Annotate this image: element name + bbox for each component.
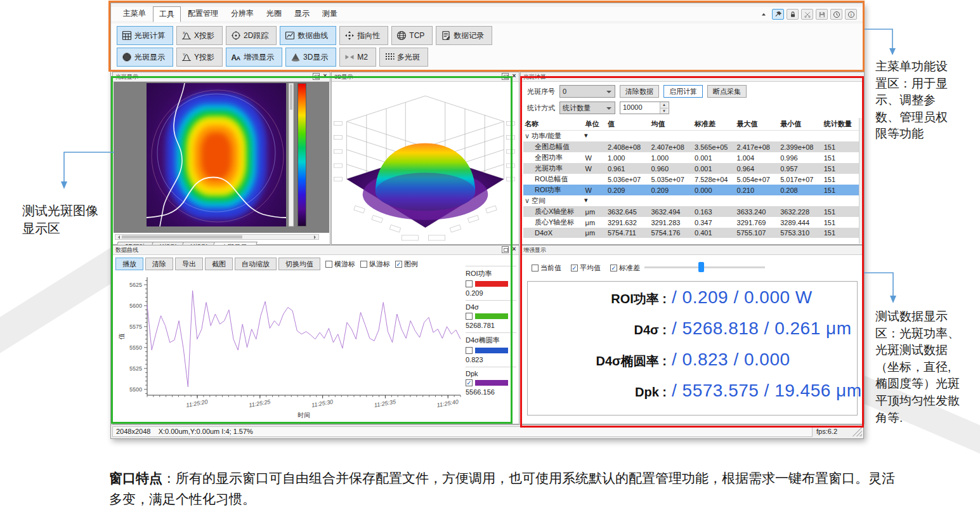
menu-item-分辨率[interactable]: 分辨率 xyxy=(225,6,259,22)
curve-button-截图[interactable]: 截图 xyxy=(205,258,233,270)
checkbox-icon[interactable]: ✓ xyxy=(571,265,578,272)
checkbox-icon[interactable] xyxy=(360,261,367,268)
table-header-均值[interactable]: 均值 xyxy=(650,118,694,131)
legend-checkbox[interactable] xyxy=(466,347,473,354)
legend-checkbox[interactable] xyxy=(466,280,473,287)
calc-button-断点采集[interactable]: 断点采集 xyxy=(707,85,747,98)
table-header-最小值[interactable]: 最小值 xyxy=(779,118,823,131)
surface-3d-plot[interactable] xyxy=(332,82,518,244)
checkbox-icon[interactable]: ✓ xyxy=(610,265,617,272)
table-group-空间[interactable]: ∨空间▾ xyxy=(523,195,859,206)
resize-grip[interactable] xyxy=(852,427,862,436)
curve-checkbox-横游标[interactable]: 横游标 xyxy=(325,259,355,269)
spinner-down-icon[interactable]: ▼ xyxy=(660,108,668,114)
close-panel-icon[interactable]: × xyxy=(511,73,518,80)
table-row-光斑功率[interactable]: 光斑功率W0.9610.9600.0010.9640.957151 xyxy=(523,163,859,174)
beam-panel-title: 光斑显示 xyxy=(115,74,138,80)
toolbar-button-2D跟踪[interactable]: 2D跟踪 xyxy=(226,26,277,45)
window-control-save[interactable] xyxy=(816,9,828,20)
spot-seq-dropdown[interactable]: 0 xyxy=(559,85,615,98)
enhanced-checkbox-平均值[interactable]: ✓平均值 xyxy=(571,263,601,273)
curve-checkbox-纵游标[interactable]: 纵游标 xyxy=(360,259,390,269)
toolbar-button-label: TCP xyxy=(409,31,424,40)
metric-value: / 5268.818 / 0.261 μm xyxy=(672,318,849,339)
table-header-名称[interactable]: 名称 xyxy=(523,118,584,131)
scroll-right-icon[interactable] xyxy=(314,235,318,239)
close-panel-icon[interactable]: × xyxy=(322,73,329,80)
table-scrollbar[interactable] xyxy=(859,118,863,244)
toolbar-button-多光斑[interactable]: 多光斑 xyxy=(379,48,428,67)
enhanced-checkbox-当前值[interactable]: 当前值 xyxy=(532,263,561,273)
table-row-ROI总幅值[interactable]: ROI总幅值5.036e+075.035e+077.528e+045.054e+… xyxy=(523,174,859,185)
beam-vertical-scrollbar[interactable] xyxy=(289,83,294,226)
curve-button-导出[interactable]: 导出 xyxy=(175,258,203,270)
scroll-left-icon[interactable] xyxy=(116,235,120,239)
table-header-值[interactable]: 值 xyxy=(606,118,650,131)
pointing-icon xyxy=(344,30,355,41)
window-control-clock[interactable] xyxy=(830,9,842,20)
table-row-ROI功率[interactable]: ROI功率W0.2090.2090.0000.2100.208151 xyxy=(523,185,859,195)
menu-item-光圈[interactable]: 光圈 xyxy=(261,6,287,22)
stat-mode-dropdown[interactable]: 统计数量 xyxy=(559,101,615,114)
toolbar-button-数据记录[interactable]: 数据记录 xyxy=(436,26,492,45)
cut-icon xyxy=(804,11,811,18)
spinner-up-icon[interactable]: ▲ xyxy=(660,102,668,108)
toolbar-button-Y投影[interactable]: YY投影 xyxy=(176,48,223,67)
toolbar-button-增强显示[interactable]: AA增强显示 xyxy=(226,48,282,67)
toolbar-button-指向性[interactable]: 指向性 xyxy=(339,26,388,45)
curve-button-自动缩放[interactable]: 自动缩放 xyxy=(235,258,277,270)
float-panel-icon[interactable] xyxy=(502,73,509,80)
window-control-lock[interactable] xyxy=(787,9,799,20)
table-row-质心Y轴坐标[interactable]: 质心Y轴坐标μm3291.6323291.2830.3473291.769328… xyxy=(523,217,859,228)
table-row-质心X轴坐标[interactable]: 质心X轴坐标μm3632.6453632.4940.1633633.240363… xyxy=(523,206,859,217)
curve-checkbox-图例[interactable]: ✓图例 xyxy=(395,259,418,269)
menu-item-测量[interactable]: 测量 xyxy=(317,6,343,22)
window-control-pin[interactable] xyxy=(772,9,784,20)
window-control-collapse[interactable] xyxy=(757,9,769,20)
menu-item-显示[interactable]: 显示 xyxy=(289,6,315,22)
toolbar-button-M2[interactable]: M2 xyxy=(339,48,376,67)
toolbar-button-数据曲线[interactable]: 数据曲线 xyxy=(280,26,336,45)
curve-button-播放[interactable]: 播放 xyxy=(115,258,143,270)
restore-panel-icon[interactable] xyxy=(502,246,509,253)
toolbar-button-3D显示[interactable]: 3D显示 xyxy=(285,48,336,67)
menu-item-配置管理[interactable]: 配置管理 xyxy=(182,6,224,22)
svg-text:时间: 时间 xyxy=(297,412,310,419)
checkbox-icon[interactable]: ✓ xyxy=(395,261,402,268)
calc-button-启用计算[interactable]: 启用计算 xyxy=(663,85,703,98)
table-header-单位[interactable]: 单位 xyxy=(584,118,606,131)
toolbar-button-光斑显示[interactable]: 光斑显示 xyxy=(117,48,173,67)
toolbar-button-TCP[interactable]: TCP xyxy=(391,26,433,45)
curve-chart[interactable]: 55005525555055755600562511:25:2011:25:25… xyxy=(117,272,464,423)
close-panel-icon[interactable]: × xyxy=(511,246,518,253)
beam-horizontal-scrollbar[interactable] xyxy=(115,234,319,240)
menu-item-工具[interactable]: 工具 xyxy=(153,6,181,22)
slider-handle[interactable] xyxy=(698,262,704,272)
curve-button-切换均值[interactable]: 切换均值 xyxy=(278,258,320,270)
beam-image[interactable] xyxy=(147,83,286,226)
window-control-cut[interactable] xyxy=(801,9,813,20)
legend-checkbox[interactable]: ✓ xyxy=(466,379,473,386)
panel-3d-display: 3D显示 × xyxy=(331,72,519,245)
stat-count-spinner[interactable]: 10000 ▲ ▼ xyxy=(620,101,669,114)
menu-item-主菜单[interactable]: 主菜单 xyxy=(117,6,152,22)
table-header-标准差[interactable]: 标准差 xyxy=(693,118,736,131)
toolbar-button-X投影[interactable]: XX投影 xyxy=(176,26,223,45)
curve-button-清除[interactable]: 清除 xyxy=(145,258,173,270)
toolbar-button-光斑计算[interactable]: 光斑计算 xyxy=(117,26,173,45)
table-row-全图功率[interactable]: 全图功率W1.0001.0000.0011.0040.996151 xyxy=(523,152,859,163)
window-control-info[interactable]: i xyxy=(845,9,857,20)
table-header-最大值[interactable]: 最大值 xyxy=(736,118,780,131)
enhanced-slider[interactable] xyxy=(644,266,765,268)
metric-value: / 5573.575 / 19.456 μm xyxy=(672,381,849,401)
checkbox-icon[interactable] xyxy=(532,265,539,272)
table-row-D4σX[interactable]: D4σXμm5754.7115754.1760.4015755.1075753.… xyxy=(523,228,859,238)
float-panel-icon[interactable] xyxy=(313,73,320,80)
enhanced-checkbox-标准差[interactable]: ✓标准差 xyxy=(610,263,640,273)
legend-checkbox[interactable] xyxy=(466,313,473,320)
table-header-统计数量[interactable]: 统计数量 xyxy=(823,118,859,131)
calc-button-清除数据[interactable]: 清除数据 xyxy=(620,85,659,98)
checkbox-icon[interactable] xyxy=(325,261,332,268)
table-group-功率/能量[interactable]: ∨功率/能量▾ xyxy=(523,131,859,142)
table-row-全图总幅值[interactable]: 全图总幅值2.408e+082.407e+083.565e+052.417e+0… xyxy=(523,141,859,152)
